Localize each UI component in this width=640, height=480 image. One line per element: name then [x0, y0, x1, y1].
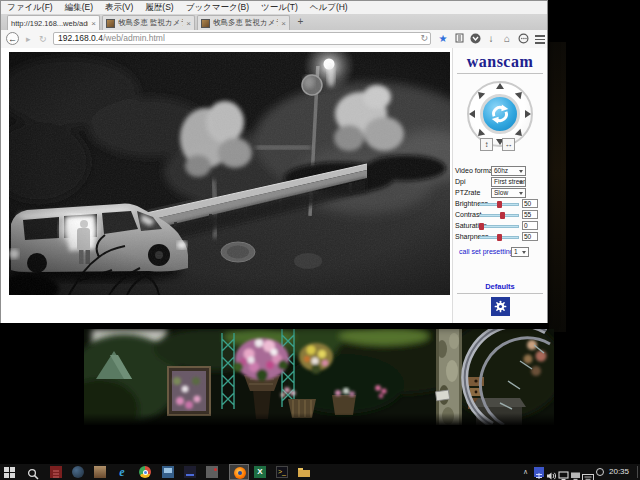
- saturation-value[interactable]: 0: [522, 221, 538, 230]
- wallpaper-garden-photo: [84, 329, 554, 425]
- excel-icon[interactable]: X: [254, 466, 266, 478]
- brightness-value[interactable]: 50: [522, 199, 538, 208]
- contrast-label: Contrast: [455, 211, 481, 218]
- ptz-pad: [467, 81, 533, 147]
- ptzrate-label: PTZrate: [455, 189, 480, 196]
- tab-title: http://192.168...web/admin.html: [11, 19, 88, 28]
- menu-tools[interactable]: ツール(T): [255, 1, 304, 14]
- tab-title: 牧島多恵 監視カメラ H...: [213, 18, 278, 28]
- menu-history[interactable]: 履歴(S): [139, 1, 179, 14]
- ptz-right-arrow[interactable]: [525, 110, 531, 118]
- tab-bar: http://192.168...web/admin.html × 牧島多恵 監…: [1, 14, 547, 30]
- tab-camera-3[interactable]: 牧島多恵 監視カメラ H... ×: [197, 15, 290, 30]
- vertical-patrol-button[interactable]: ↕: [480, 138, 493, 151]
- url-field[interactable]: 192.168.0.4/web/admin.html ↻: [53, 32, 431, 45]
- horizontal-patrol-button[interactable]: ↔: [502, 138, 515, 151]
- menu-help[interactable]: ヘルプ(H): [304, 1, 354, 14]
- field-reload-icon[interactable]: ↻: [420, 33, 428, 44]
- tab-favicon: [106, 19, 115, 28]
- dpi-label: Dpi: [455, 178, 466, 185]
- ptz-left-arrow[interactable]: [469, 110, 475, 118]
- video-format-select[interactable]: 60hz: [491, 166, 526, 176]
- slider-thumb[interactable]: [500, 212, 505, 219]
- wanscam-logo: wanscam: [453, 53, 547, 71]
- tab-close-icon[interactable]: ×: [186, 19, 191, 28]
- call-set-presetting-link[interactable]: call set presetting: [459, 248, 513, 255]
- menu-file[interactable]: ファイル(F): [1, 1, 59, 14]
- camera-video-feed: [9, 52, 450, 295]
- preset-select[interactable]: 1: [511, 247, 529, 257]
- ptz-up-left-arrow[interactable]: [475, 89, 485, 99]
- library-icon[interactable]: [453, 33, 465, 45]
- hamburger-menu-icon[interactable]: [534, 33, 546, 45]
- tab-close-icon[interactable]: ×: [91, 19, 96, 28]
- taskbar-app-camera-viewer[interactable]: [50, 466, 62, 478]
- downloads-icon[interactable]: ↓: [485, 33, 497, 45]
- menu-view[interactable]: 表示(V): [99, 1, 139, 14]
- back-button[interactable]: ←: [6, 32, 19, 45]
- file-explorer-icon[interactable]: [298, 466, 310, 478]
- page-content: wanscam: [1, 48, 547, 323]
- console-icon[interactable]: >_: [276, 466, 288, 478]
- defaults-link[interactable]: Defaults: [453, 282, 547, 291]
- slider-thumb[interactable]: [497, 201, 502, 208]
- contrast-slider[interactable]: [479, 214, 519, 217]
- menu-bookmarks[interactable]: ブックマーク(B): [180, 1, 255, 14]
- divider: [457, 293, 543, 294]
- ptz-up-arrow[interactable]: [496, 83, 504, 89]
- video-format-value: 60hz: [494, 167, 508, 174]
- ptz-center-rotate-button[interactable]: [480, 94, 520, 134]
- tray-volume-icon[interactable]: [546, 467, 557, 477]
- video-format-label: Video format: [455, 167, 495, 174]
- tab-title: 牧島多恵 監視カメラ H...: [118, 18, 183, 28]
- ptzrate-select[interactable]: Slow: [491, 188, 526, 198]
- url-host: 192.168.0.4: [58, 33, 103, 43]
- taskbar-app-monitor[interactable]: [162, 466, 174, 478]
- taskbar-clock[interactable]: 20:35: [604, 464, 634, 480]
- search-icon[interactable]: [27, 466, 39, 478]
- rotate-arrows-icon: [489, 103, 511, 125]
- bookmark-star-icon[interactable]: ★: [437, 33, 449, 45]
- menu-bar: ファイル(F) 編集(E) 表示(V) 履歴(S) ブックマーク(B) ツール(…: [1, 1, 547, 15]
- divider: [457, 73, 543, 74]
- brightness-slider[interactable]: [479, 203, 519, 206]
- firefox-taskbar-active[interactable]: [229, 464, 249, 480]
- sharpness-value[interactable]: 50: [522, 232, 538, 241]
- tray-ime-icon[interactable]: [534, 467, 544, 477]
- tab-close-icon[interactable]: ×: [281, 19, 286, 28]
- tray-status-icon[interactable]: [596, 468, 604, 476]
- internet-explorer-icon[interactable]: e: [116, 466, 128, 478]
- home-icon[interactable]: ⌂: [501, 33, 513, 45]
- tab-admin-page[interactable]: http://192.168...web/admin.html ×: [7, 15, 100, 30]
- start-button[interactable]: [4, 466, 16, 479]
- dpi-value: First stream: [494, 178, 526, 185]
- pocket-icon[interactable]: [469, 33, 481, 45]
- forward-icon[interactable]: ▸: [26, 34, 31, 44]
- chrome-icon[interactable]: [139, 466, 151, 478]
- settings-gear-button[interactable]: [491, 297, 510, 316]
- tray-chevron-icon[interactable]: ∧: [523, 464, 528, 480]
- slider-thumb[interactable]: [479, 223, 484, 230]
- slider-thumb[interactable]: [497, 234, 502, 241]
- ptz-down-right-arrow[interactable]: [515, 129, 525, 139]
- dpi-select[interactable]: First stream: [491, 177, 526, 187]
- taskbar-app-media[interactable]: [94, 466, 106, 478]
- tray-display-icon[interactable]: [570, 467, 581, 477]
- sharpness-slider[interactable]: [479, 236, 519, 239]
- tab-camera-2[interactable]: 牧島多恵 監視カメラ H... ×: [102, 15, 195, 30]
- tray-network-icon[interactable]: [558, 467, 569, 477]
- tray-keyboard-icon[interactable]: [582, 468, 594, 476]
- navigation-bar: ← ▸ ↻ 192.168.0.4/web/admin.html ↻ ★ ↓ ⌂: [1, 30, 547, 49]
- ptz-up-right-arrow[interactable]: [515, 89, 525, 99]
- contrast-value[interactable]: 55: [522, 210, 538, 219]
- page-actions-icon[interactable]: [517, 33, 529, 45]
- taskbar-app-round[interactable]: [72, 466, 84, 478]
- new-tab-button[interactable]: +: [293, 16, 308, 29]
- taskbar-app-dev[interactable]: [184, 466, 196, 478]
- desktop: ファイル(F) 編集(E) 表示(V) 履歴(S) ブックマーク(B) ツール(…: [0, 0, 640, 480]
- saturation-slider[interactable]: [479, 225, 519, 228]
- menu-edit[interactable]: 編集(E): [59, 1, 99, 14]
- taskbar-app-viewer[interactable]: [206, 466, 218, 478]
- reload-icon[interactable]: ↻: [39, 34, 47, 44]
- show-desktop-button[interactable]: [637, 466, 638, 478]
